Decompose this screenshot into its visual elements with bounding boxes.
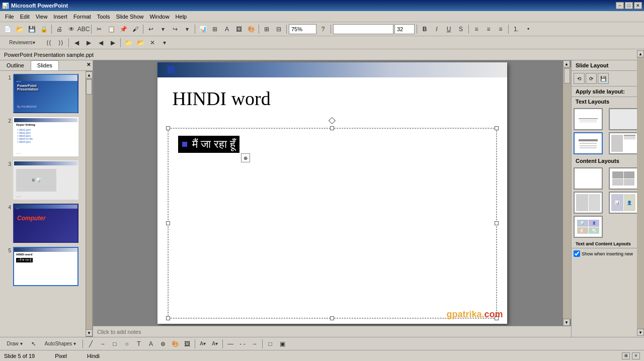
- menu-file[interactable]: File: [2, 13, 17, 21]
- undo-dropdown[interactable]: ▾: [157, 24, 169, 35]
- fontsize-dropdown[interactable]: 32: [394, 24, 415, 34]
- save-button[interactable]: 💾: [26, 24, 37, 35]
- slide-item-5[interactable]: 5 HINDI word • मैं जा रहा हूँ: [2, 246, 84, 287]
- chart-button[interactable]: 📊: [197, 24, 208, 35]
- close-button[interactable]: ✕: [634, 2, 642, 9]
- rp-icon1[interactable]: ⟲: [574, 73, 585, 84]
- more-btn[interactable]: ▾: [159, 37, 170, 48]
- underline-button[interactable]: U: [443, 24, 454, 35]
- align-left[interactable]: ≡: [471, 24, 482, 35]
- undo-button[interactable]: ↩: [145, 24, 156, 35]
- scroll-up[interactable]: ▲: [86, 71, 93, 78]
- nav-btn3[interactable]: ◀: [95, 37, 106, 48]
- panel-close-button[interactable]: ✕: [85, 60, 93, 68]
- paste-button[interactable]: 📌: [118, 24, 129, 35]
- notes-bar[interactable]: Click to add notes: [93, 326, 571, 337]
- layout-thumb-2[interactable]: [609, 108, 638, 130]
- align-center[interactable]: ≡: [483, 24, 494, 35]
- expand2-button[interactable]: ⊟: [273, 24, 284, 35]
- scroll-thumb[interactable]: [86, 79, 92, 95]
- menu-insert[interactable]: Insert: [50, 13, 70, 21]
- ellipse-tool[interactable]: ○: [121, 338, 132, 349]
- view-normal[interactable]: ⊞: [622, 352, 630, 359]
- slide-thumb-3[interactable]: 🖥 📊 ... ...: [13, 160, 78, 200]
- permission-button[interactable]: 🔒: [38, 24, 49, 35]
- center-scrollbar-v[interactable]: ▲ ▼: [563, 60, 571, 326]
- diagram-tool[interactable]: ⊕: [157, 338, 169, 349]
- tab-slides[interactable]: Slides: [31, 60, 59, 70]
- content-layout-2[interactable]: [609, 167, 638, 190]
- rp-icon3[interactable]: 💾: [598, 73, 609, 84]
- dash-style-btn[interactable]: - -: [237, 338, 248, 349]
- center-scroll-up[interactable]: ▲: [563, 60, 570, 67]
- slide-thumb-2[interactable]: Hyper linking • slide1.pptx• slide2.pptx…: [13, 117, 78, 156]
- content-layout-3[interactable]: [574, 192, 603, 214]
- folder2-btn[interactable]: 📂: [135, 37, 146, 48]
- nav-btn2[interactable]: ▶: [83, 37, 94, 48]
- slide-thumb-4[interactable]: ↑↑ Computer: [13, 204, 78, 243]
- minimize-button[interactable]: −: [616, 2, 624, 9]
- print-button[interactable]: 🖨: [54, 24, 65, 35]
- rp-icon2[interactable]: ⟳: [586, 73, 597, 84]
- handle-tl[interactable]: [166, 126, 170, 130]
- nav-btn1[interactable]: ◀: [71, 37, 82, 48]
- spell-button[interactable]: ABC: [78, 24, 89, 35]
- menu-edit[interactable]: Edit: [17, 13, 33, 21]
- redo-button[interactable]: ↪: [170, 24, 181, 35]
- maximize-button[interactable]: □: [625, 2, 633, 9]
- preview-button[interactable]: 👁: [66, 24, 77, 35]
- arrow-style-btn[interactable]: →: [249, 338, 260, 349]
- center-scroll-thumb[interactable]: [564, 68, 570, 83]
- show-inserting-checkbox[interactable]: [574, 250, 580, 257]
- slide-item-1[interactable]: 1 PowerPointPresentation By FILMEENA: [2, 73, 84, 114]
- shadow-style-btn[interactable]: □: [265, 338, 276, 349]
- picture-draw[interactable]: 🖼: [182, 338, 193, 349]
- slide-thumb-5[interactable]: HINDI word • मैं जा रहा हूँ: [13, 247, 78, 286]
- fill-color-btn[interactable]: A▾: [197, 338, 208, 349]
- delete-btn[interactable]: ✕: [147, 37, 158, 48]
- menu-window[interactable]: Window: [146, 13, 172, 21]
- numbering-button[interactable]: 1.: [511, 24, 522, 35]
- bold-button[interactable]: B: [419, 24, 430, 35]
- arrow-tool[interactable]: →: [97, 338, 108, 349]
- content-layout-4[interactable]: 📊 👤: [609, 192, 638, 214]
- folder-btn[interactable]: 📁: [123, 37, 134, 48]
- cut-button[interactable]: ✂: [94, 24, 105, 35]
- handle-bl[interactable]: [166, 316, 170, 320]
- handle-mt[interactable]: [330, 126, 334, 130]
- font-color-btn[interactable]: A▾: [209, 338, 220, 349]
- new-button[interactable]: 📄: [2, 24, 13, 35]
- handle-ml[interactable]: [166, 221, 170, 225]
- zoom-dropdown[interactable]: 75%: [289, 24, 316, 34]
- table-button[interactable]: ⊞: [209, 24, 220, 35]
- menu-help[interactable]: Help: [173, 13, 190, 21]
- rotate-handle[interactable]: [329, 117, 336, 124]
- center-scroll-down[interactable]: ▼: [563, 319, 570, 326]
- rect-tool[interactable]: □: [109, 338, 120, 349]
- slide-thumb-1[interactable]: PowerPointPresentation By FILMEENA: [13, 74, 78, 113]
- right-panel-scrollbar[interactable]: ▲ ▼: [637, 60, 644, 336]
- copy-button[interactable]: 📋: [106, 24, 117, 35]
- italic-button[interactable]: I: [431, 24, 442, 35]
- prev-revision[interactable]: ⟨⟨: [43, 37, 54, 48]
- format-painter[interactable]: 🖌: [130, 24, 141, 35]
- autoshapes-dropdown[interactable]: AutoShapes ▾: [40, 338, 80, 349]
- slides-scrollbar[interactable]: ▲ ▼: [86, 71, 93, 337]
- draw-dropdown[interactable]: Draw ▾: [2, 338, 27, 349]
- line-style-btn[interactable]: —: [225, 338, 236, 349]
- slide-item-4[interactable]: 4 ↑↑ Computer: [2, 203, 84, 244]
- layout-thumb-4[interactable]: [609, 132, 638, 154]
- slide-content-box[interactable]: मैं जा रहा हूँ ⊕: [168, 128, 497, 319]
- tab-outline[interactable]: Outline: [0, 60, 31, 70]
- handle-tr[interactable]: [495, 126, 499, 130]
- menu-slideshow[interactable]: Slide Show: [113, 13, 146, 21]
- clipart-button[interactable]: 🎨: [246, 24, 257, 35]
- content-layout-5[interactable]: 📊 👤 📝 📈: [574, 216, 603, 238]
- scroll-down[interactable]: ▼: [86, 329, 93, 336]
- hindi-text-box[interactable]: मैं जा रहा हूँ: [178, 136, 239, 153]
- open-button[interactable]: 📂: [14, 24, 25, 35]
- bullets-button[interactable]: •: [523, 24, 534, 35]
- align-right[interactable]: ≡: [495, 24, 506, 35]
- slide-item-3[interactable]: 3 🖥 📊 ... ...: [2, 159, 84, 201]
- layout-thumb-3[interactable]: [574, 132, 603, 154]
